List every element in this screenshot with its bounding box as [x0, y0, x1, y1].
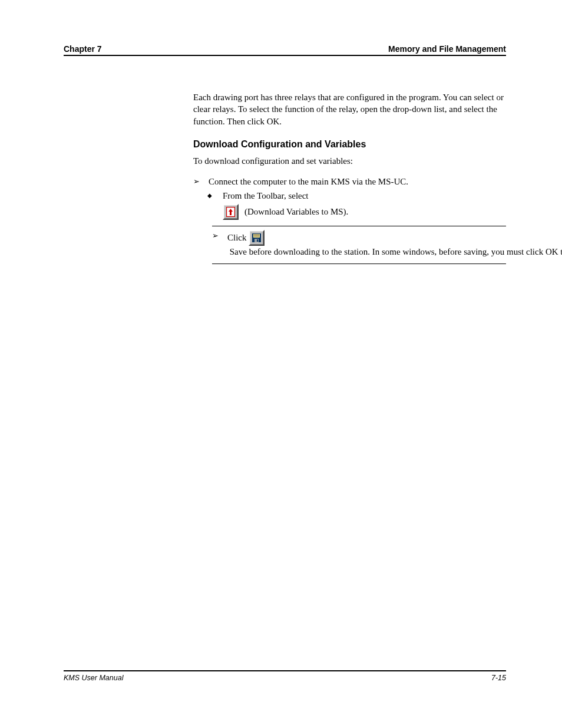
step-1: ➢ Connect the computer to the main KMS v…: [193, 176, 506, 187]
note-block: ➢ Click: [212, 226, 506, 264]
intro-line: To download configuration and set variab…: [193, 155, 506, 167]
upload-arrow-icon: [226, 207, 235, 217]
footer-rule: [64, 670, 506, 671]
download-variables-button[interactable]: [223, 204, 239, 220]
paragraph-relays: Each drawing port has three relays that …: [193, 91, 506, 127]
svg-rect-4: [254, 236, 259, 236]
header-rule: [64, 55, 506, 56]
download-button-row: (Download Variables to MS).: [207, 204, 506, 220]
content-body: Each drawing port has three relays that …: [193, 91, 506, 264]
page-header: Chapter 7 Memory and File Management: [0, 44, 562, 56]
svg-rect-6: [257, 239, 258, 242]
header-chapter: Chapter 7: [64, 44, 102, 54]
chevron-bullet-icon: ➢: [193, 176, 209, 187]
step-2-text: From the Toolbar, select: [223, 190, 506, 202]
chevron-bullet-icon: ➢: [212, 230, 224, 242]
header-title: Memory and File Management: [388, 44, 506, 54]
floppy-disk-icon: [252, 233, 262, 243]
page-footer: KMS User Manual 7-15: [0, 670, 562, 682]
page: Chapter 7 Memory and File Management Eac…: [0, 0, 562, 728]
svg-rect-3: [254, 235, 259, 235]
note-text: Click: [227, 230, 562, 258]
footer-doc-title: KMS User Manual: [64, 674, 123, 682]
step-2: ◆ From the Toolbar, select: [207, 190, 506, 202]
footer-page-number: 7-15: [491, 674, 506, 682]
diamond-bullet-icon: ◆: [207, 190, 223, 202]
download-button-label: (Download Variables to MS).: [244, 206, 348, 218]
step-1-text: Connect the computer to the main KMS via…: [209, 176, 506, 187]
note-text-pre: Click: [227, 232, 249, 243]
save-button[interactable]: [249, 230, 265, 246]
section-heading-download: Download Configuration and Variables: [193, 138, 506, 151]
